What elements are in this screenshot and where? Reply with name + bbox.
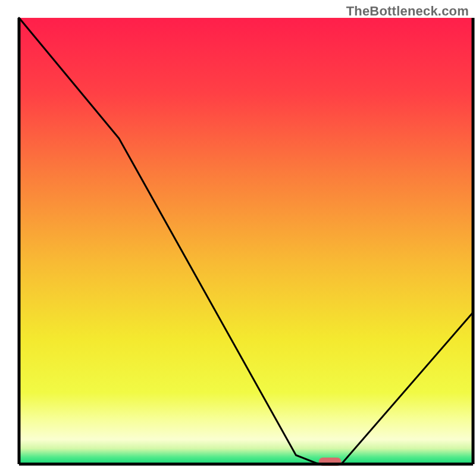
chart-container: TheBottleneck.com <box>0 0 476 476</box>
bottleneck-chart <box>0 0 476 476</box>
gradient-background <box>19 18 473 464</box>
watermark-label: TheBottleneck.com <box>346 4 469 19</box>
